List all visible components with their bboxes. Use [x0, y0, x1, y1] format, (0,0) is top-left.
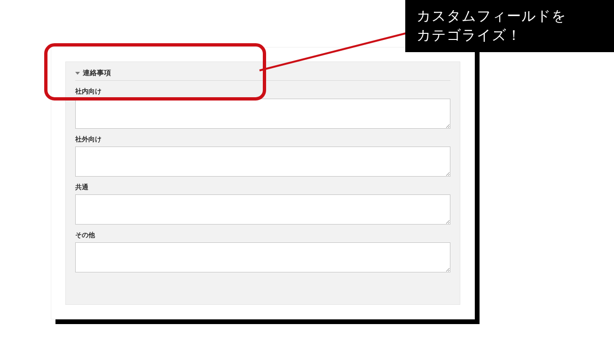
field-other: その他: [75, 231, 450, 272]
field-internal-input[interactable]: [75, 99, 450, 129]
field-label: 社内向け: [75, 87, 450, 96]
form-panel-inner: 連絡事項 社内向け 社外向け 共通 その他: [66, 62, 460, 279]
field-other-input[interactable]: [75, 242, 450, 272]
form-panel: 連絡事項 社内向け 社外向け 共通 その他: [65, 62, 460, 305]
field-common: 共通: [75, 183, 450, 225]
field-common-input[interactable]: [75, 194, 450, 225]
callout-line1: カスタムフィールドを: [417, 8, 567, 23]
section-header[interactable]: 連絡事項: [75, 67, 450, 81]
field-internal: 社内向け: [75, 87, 450, 129]
field-external-input[interactable]: [75, 147, 450, 177]
section-title: 連絡事項: [83, 69, 111, 77]
field-label: 社外向け: [75, 135, 450, 144]
chevron-down-icon: [75, 72, 80, 75]
form-card: 連絡事項 社内向け 社外向け 共通 その他: [51, 47, 475, 319]
callout-label: カスタムフィールドを カテゴライズ！: [405, 0, 614, 52]
field-external: 社外向け: [75, 135, 450, 177]
callout-line2: カテゴライズ！: [417, 27, 521, 43]
field-label: その他: [75, 231, 450, 240]
field-label: 共通: [75, 183, 450, 192]
